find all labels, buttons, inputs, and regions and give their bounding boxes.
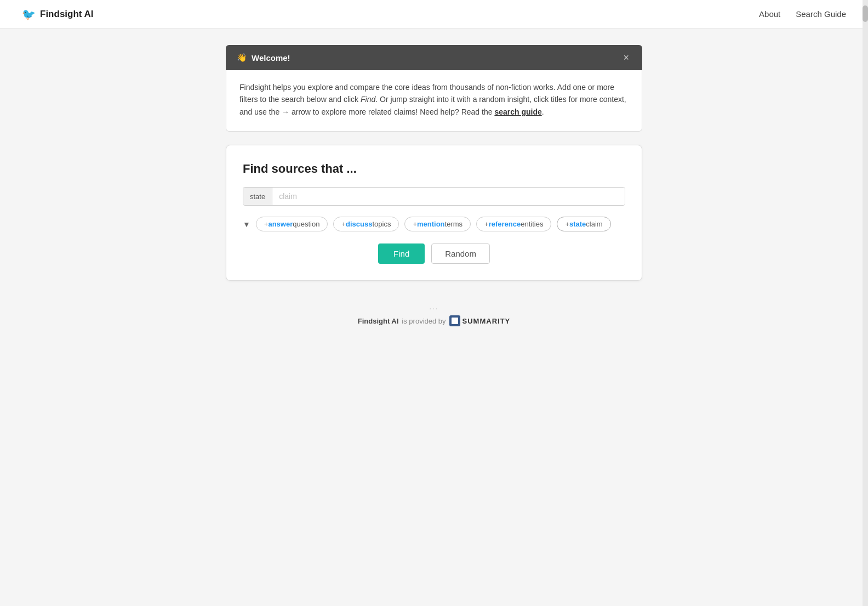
filter-row: ▼ + answer question + discuss topics + m…: [243, 217, 625, 231]
footer-brand: Findsight AI is provided by SUMMARITY: [358, 315, 511, 326]
welcome-banner: 👋 Welcome! ×: [226, 45, 642, 70]
random-button[interactable]: Random: [431, 243, 490, 264]
brand-icon: 🐦: [22, 8, 36, 21]
search-input-row: state: [243, 187, 625, 206]
filter-state-claim-prefix: +: [565, 220, 569, 228]
filter-state-claim-keyword: state: [569, 220, 586, 228]
brand-logo: 🐦 Findsight AI: [22, 8, 94, 21]
welcome-body: Findsight helps you explore and compare …: [226, 70, 642, 132]
brand-name: Findsight AI: [40, 9, 94, 20]
filter-mention-button[interactable]: + mention terms: [404, 217, 471, 231]
search-heading: Find sources that ...: [243, 162, 625, 176]
welcome-emoji: 👋: [237, 53, 247, 63]
footer-ellipsis: ...: [226, 303, 642, 311]
filter-discuss-prefix: +: [341, 220, 346, 228]
find-button[interactable]: Find: [378, 243, 425, 264]
search-input[interactable]: [272, 188, 625, 205]
filter-reference-button[interactable]: + reference entities: [476, 217, 551, 231]
filter-mention-rest: terms: [445, 220, 463, 228]
nav-link-search-guide[interactable]: Search Guide: [796, 9, 846, 19]
filter-discuss-rest: topics: [372, 220, 391, 228]
filter-answer-keyword: answer: [268, 220, 293, 228]
welcome-find-italic: Find: [361, 95, 375, 104]
navbar: 🐦 Findsight AI About Search Guide: [0, 0, 868, 29]
filter-answer-button[interactable]: + answer question: [256, 217, 328, 231]
main-content: 👋 Welcome! × Findsight helps you explore…: [215, 29, 653, 343]
summarity-logo: SUMMARITY: [449, 315, 511, 326]
welcome-title: 👋 Welcome!: [237, 53, 290, 63]
filter-answer-rest: question: [293, 220, 319, 228]
filter-reference-prefix: +: [484, 220, 489, 228]
filter-answer-prefix: +: [264, 220, 269, 228]
filter-state-claim-button[interactable]: + state claim: [557, 217, 610, 231]
footer: ... Findsight AI is provided by SUMMARIT…: [226, 303, 642, 326]
filter-discuss-keyword: discuss: [346, 220, 372, 228]
filter-discuss-button[interactable]: + discuss topics: [333, 217, 399, 231]
scrollbar-thumb[interactable]: [863, 5, 868, 22]
filter-icon: ▼: [243, 220, 250, 229]
filter-mention-keyword: mention: [417, 220, 445, 228]
filter-reference-keyword: reference: [489, 220, 521, 228]
welcome-close-button[interactable]: ×: [621, 53, 631, 63]
welcome-end: .: [542, 107, 544, 116]
summarity-label: SUMMARITY: [462, 317, 511, 325]
nav-links: About Search Guide: [759, 9, 846, 19]
search-prefix-label: state: [243, 188, 272, 205]
action-row: Find Random: [243, 243, 625, 264]
footer-provided-by-text: is provided by: [402, 317, 446, 325]
welcome-heading: Welcome!: [252, 53, 290, 63]
filter-state-claim-rest: claim: [586, 220, 602, 228]
filter-reference-rest: entities: [521, 220, 543, 228]
nav-link-about[interactable]: About: [759, 9, 780, 19]
scrollbar[interactable]: [863, 0, 868, 606]
search-guide-link[interactable]: search guide: [494, 107, 541, 116]
footer-findsight-brand: Findsight AI: [358, 317, 399, 325]
search-card: Find sources that ... state ▼ + answer q…: [226, 145, 642, 281]
summarity-icon: [449, 315, 460, 326]
filter-mention-prefix: +: [413, 220, 417, 228]
